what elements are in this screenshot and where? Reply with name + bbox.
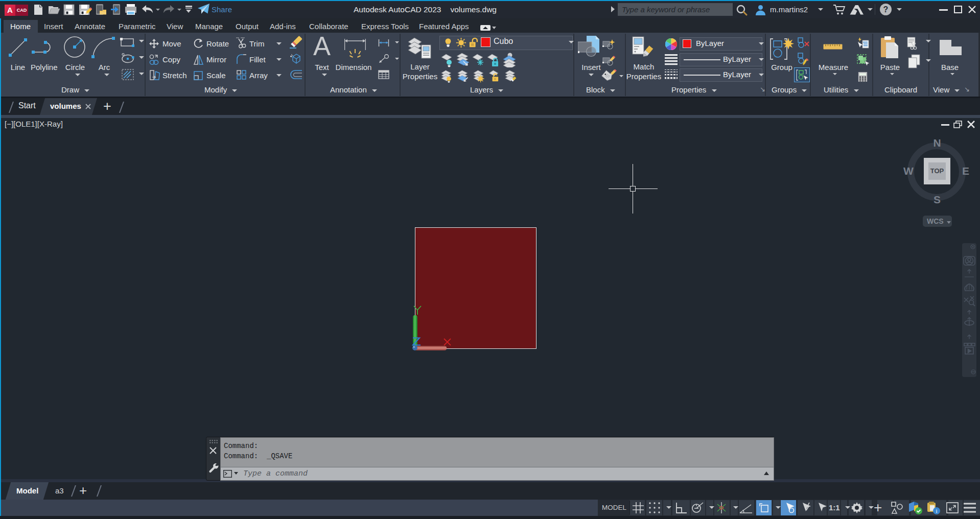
svg-text:i: i <box>936 508 937 514</box>
